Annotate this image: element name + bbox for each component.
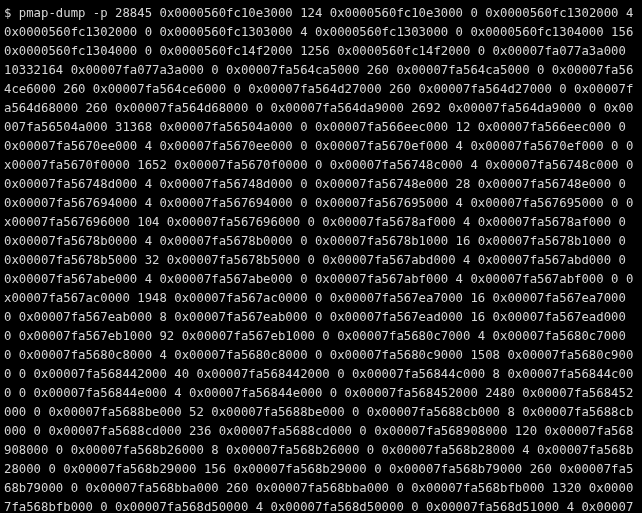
terminal-output[interactable]: $ pmap-dump -p 28845 0x0000560fc10e3000 … (0, 0, 642, 513)
shell-prompt: $ (4, 6, 19, 20)
command-text: pmap-dump -p 28845 (19, 6, 160, 20)
command-output: 0x0000560fc10e3000 124 0x0000560fc10e300… (4, 6, 641, 513)
